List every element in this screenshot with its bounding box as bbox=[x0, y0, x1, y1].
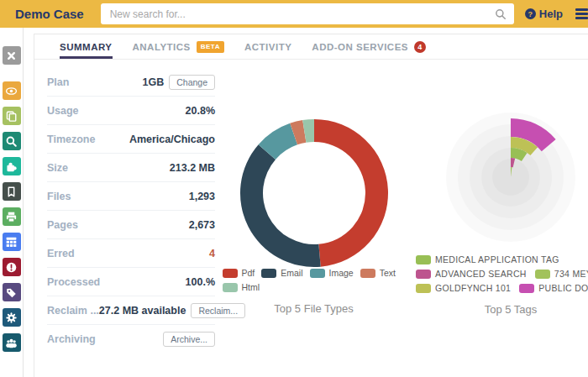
tab-label: SUMMARY bbox=[60, 42, 113, 52]
summary-row-timezone: TimezoneAmerica/Chicago bbox=[47, 125, 215, 154]
legend-item-image[interactable]: Image bbox=[310, 268, 354, 278]
beta-badge: BETA bbox=[197, 41, 224, 53]
search-box[interactable] bbox=[101, 3, 514, 24]
legend-item-public-docume[interactable]: PUBLIC DOCUME bbox=[519, 283, 588, 293]
legend-item-medical-application-tag[interactable]: MEDICAL APPLICATION TAG bbox=[416, 254, 588, 264]
sidebar-close-button[interactable] bbox=[3, 46, 21, 65]
summary-label: Plan bbox=[47, 76, 69, 88]
tab-label: ACTIVITY bbox=[244, 42, 291, 52]
summary-label: Timezone bbox=[47, 134, 95, 145]
bookmark-icon bbox=[5, 186, 18, 198]
legend-item-email[interactable]: Email bbox=[261, 268, 302, 278]
sidebar-bookmark-button[interactable] bbox=[3, 182, 21, 201]
sidebar-puzzle-button[interactable] bbox=[3, 157, 21, 175]
legend-label: Image bbox=[329, 268, 354, 278]
summary-list: Plan1GBChangeUsage20.8%TimezoneAmerica/C… bbox=[47, 68, 215, 377]
tag-icon bbox=[5, 286, 18, 299]
legend-item-pdf[interactable]: Pdf bbox=[223, 268, 255, 278]
search-input[interactable] bbox=[108, 8, 495, 21]
sidebar-print-button[interactable] bbox=[3, 207, 21, 226]
legend-swatch bbox=[223, 283, 238, 292]
legend-item-text[interactable]: Text bbox=[360, 268, 396, 278]
legend-label: 734 MEYERS bbox=[554, 269, 588, 279]
summary-value: 4 bbox=[209, 248, 215, 259]
sidebar-search-button[interactable] bbox=[3, 132, 21, 150]
tab-bar: SUMMARYANALYTICSBETAACTIVITYADD-ON SERVI… bbox=[34, 34, 588, 60]
legend-item-goldfynch-101[interactable]: GOLDFYNCH 101 bbox=[416, 283, 511, 293]
summary-label: Files bbox=[47, 191, 71, 202]
tags-legend: MEDICAL APPLICATION TAGADVANCED SEARCH73… bbox=[416, 254, 588, 293]
summary-content: Plan1GBChangeUsage20.8%TimezoneAmerica/C… bbox=[34, 60, 588, 377]
sidebar-table-button[interactable] bbox=[3, 233, 21, 251]
summary-value: America/Chicago bbox=[129, 134, 215, 145]
legend-label: PUBLIC DOCUME bbox=[538, 283, 588, 293]
legend-swatch bbox=[535, 270, 550, 279]
legend-label: Email bbox=[281, 268, 302, 278]
summary-label: Erred bbox=[47, 248, 75, 259]
legend-item-734-meyers[interactable]: 734 MEYERS bbox=[535, 269, 588, 279]
legend-item-html[interactable]: Html bbox=[223, 282, 260, 292]
legend-item-advanced-search[interactable]: ADVANCED SEARCH bbox=[416, 269, 527, 279]
alert-icon bbox=[5, 261, 18, 274]
summary-row-archiving: ArchivingArchive... bbox=[47, 325, 215, 353]
legend-swatch bbox=[261, 269, 276, 278]
legend-swatch bbox=[416, 270, 431, 279]
tab-analytics[interactable]: ANALYTICSBETA bbox=[133, 34, 224, 59]
legend-swatch bbox=[416, 284, 431, 293]
summary-value: 27.2 MB available bbox=[99, 305, 186, 317]
help-button[interactable]: ? Help bbox=[525, 8, 563, 20]
summary-row-usage: Usage20.8% bbox=[47, 97, 215, 125]
tab-label: ADD-ON SERVICES bbox=[312, 42, 408, 52]
sidebar-tag-button[interactable] bbox=[3, 283, 21, 301]
summary-label: Archiving bbox=[47, 333, 96, 345]
file-types-chart: PdfEmailImageTextHtml Top 5 File Types bbox=[215, 60, 412, 377]
legend-label: Text bbox=[380, 268, 396, 278]
tab-add-on-services[interactable]: ADD-ON SERVICES4 bbox=[312, 34, 426, 59]
help-label: Help bbox=[539, 8, 563, 20]
legend-label: ADVANCED SEARCH bbox=[435, 269, 527, 279]
legend-swatch bbox=[416, 255, 431, 264]
sidebar-files-button[interactable] bbox=[3, 107, 21, 125]
change-button[interactable]: Change bbox=[169, 75, 215, 90]
case-title: Demo Case bbox=[15, 7, 84, 21]
legend-swatch bbox=[223, 269, 238, 278]
donut-slice-email bbox=[240, 144, 321, 267]
tab-activity[interactable]: ACTIVITY bbox=[244, 34, 291, 59]
users-icon bbox=[5, 337, 18, 349]
search-icon[interactable] bbox=[495, 8, 507, 20]
tab-summary[interactable]: SUMMARY bbox=[60, 34, 113, 59]
summary-value: 1,293 bbox=[189, 191, 215, 202]
archive-button[interactable]: Archive... bbox=[163, 332, 215, 347]
legend-label: Html bbox=[242, 282, 260, 292]
print-icon bbox=[5, 211, 18, 223]
sidebar-users-button[interactable] bbox=[3, 333, 21, 352]
file-types-chart-title: Top 5 File Types bbox=[274, 302, 353, 315]
file-types-donut-chart bbox=[239, 118, 389, 268]
legend-label: Pdf bbox=[242, 268, 255, 278]
summary-row-files: Files1,293 bbox=[47, 182, 215, 211]
summary-label: Usage bbox=[47, 105, 79, 117]
eye-icon bbox=[5, 85, 18, 97]
help-icon: ? bbox=[525, 8, 536, 19]
main-panel: SUMMARYANALYTICSBETAACTIVITYADD-ON SERVI… bbox=[34, 34, 588, 377]
summary-row-reclaim: Reclaim ...27.2 MB availableReclaim... bbox=[47, 296, 215, 325]
legend-label: MEDICAL APPLICATION TAG bbox=[435, 254, 559, 264]
sidebar-settings-button[interactable] bbox=[3, 308, 21, 327]
legend-swatch bbox=[310, 269, 325, 278]
summary-label: Processed bbox=[47, 276, 100, 288]
summary-label: Pages bbox=[47, 219, 78, 231]
summary-value: 20.8% bbox=[186, 105, 215, 117]
tags-funnel-chart bbox=[412, 107, 588, 246]
sidebar-eye-button[interactable] bbox=[3, 81, 21, 100]
tab-label: ANALYTICS bbox=[133, 42, 191, 52]
summary-label: Reclaim ... bbox=[47, 305, 99, 317]
menu-icon[interactable] bbox=[575, 8, 588, 18]
app-header: Demo Case ? Help bbox=[0, 0, 588, 28]
sidebar-alert-button[interactable] bbox=[3, 258, 21, 276]
count-badge: 4 bbox=[414, 41, 426, 53]
legend-swatch bbox=[360, 269, 375, 278]
charts-area: PdfEmailImageTextHtml Top 5 File Types M… bbox=[215, 60, 588, 377]
summary-row-pages: Pages2,673 bbox=[47, 211, 215, 239]
summary-value: 1GB bbox=[143, 76, 165, 88]
summary-value: 213.2 MB bbox=[170, 162, 215, 174]
